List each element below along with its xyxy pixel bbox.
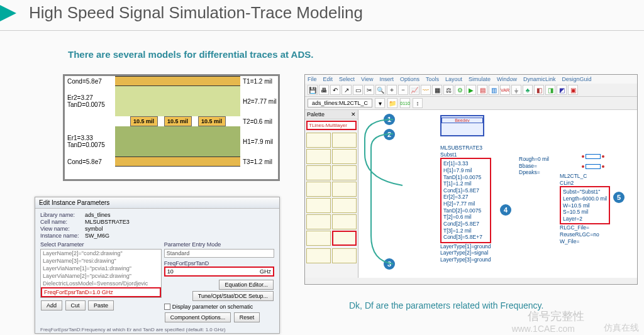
save-icon[interactable]: 💾 [308,85,318,95]
entry-mode-select[interactable]: Standard [164,249,274,258]
tree-icon[interactable]: ♣ [523,85,533,95]
menu-dynamiclink[interactable]: DynamicLink [523,76,556,82]
db-icon[interactable]: ▥ [489,85,499,95]
palette-close-icon[interactable]: ✕ [351,111,356,118]
zoomin-icon[interactable]: ＋ [387,85,397,95]
design-name[interactable]: ads_tlines:ML2CTL_C [308,99,372,107]
zoomout-icon[interactable]: － [398,85,408,95]
palette-item[interactable] [306,214,331,229]
arrow-icon[interactable]: ↗ [341,85,352,95]
menu-tools[interactable]: Tools [426,76,439,82]
param-item[interactable]: LayerViaName[1]="pcvia1:drawing" [41,265,161,272]
trace-width-a: 10.5 mil [130,116,158,126]
toolbar-1: 💾 🖶 ↶ ↗ ▭ ✂ 🔍 ＋ － 📈 〰 ▦ ⚖ ⚙ ▶ ▤ ▥ VAR ⏚ … [305,84,637,97]
callout-2: 2 [384,129,395,140]
component-options-button[interactable]: Component Options... [165,312,231,322]
param-item[interactable]: LayerName[2]="cond2:drawing" [41,250,161,257]
chart-icon[interactable]: 📈 [409,85,419,95]
palette-item[interactable] [332,133,357,148]
sub-params-box: Er[1]=3.33H[1]=7.9 milTanD[1]=0.0075 T[1… [440,158,491,243]
field-value-input[interactable]: 10GHz [164,266,274,277]
select-icon[interactable]: ▭ [353,85,363,95]
ads-window: File Edit Select View Insert Options Too… [304,74,638,285]
tune-opt-button[interactable]: Tune/Opt/Stat/DOE Setup... [192,291,274,301]
palette-item[interactable] [306,133,331,148]
ml2ctl-block[interactable]: ML2CTL_C CLin2 Subst="Subst1"Length=6000… [560,173,610,244]
menu-file[interactable]: File [308,76,317,82]
equation-editor-button[interactable]: Equation Editor... [219,280,274,290]
cut-icon[interactable]: ✂ [364,85,374,95]
mlsubstrate-block[interactable]: MLSUBSTRATE3 Subst1 Er[1]=3.33H[1]=7.9 m… [440,145,491,263]
menu-simulate[interactable]: Simulate [469,76,491,82]
stackup-diagram: Cond=5.8e7T1=1.2 mil Er2=3.27TanD=0.0075… [63,74,280,181]
param-item[interactable]: LowFreqForTanD=1.0 kHz [41,297,161,298]
add-button[interactable]: Add [41,300,62,310]
wave-icon[interactable]: 〰 [421,85,431,95]
reset-button[interactable]: Reset [234,312,260,322]
play-icon[interactable]: ▶ [466,85,476,95]
callout-1: 1 [384,114,395,125]
menu-options[interactable]: Options [400,76,419,82]
tand2-label: TanD=0.0075 [67,101,115,108]
palette-item[interactable] [306,165,331,180]
tool-c-icon[interactable]: ◩ [557,85,567,95]
palette-item[interactable] [306,231,331,246]
cut-button[interactable]: Cut [65,300,86,310]
palette-item[interactable] [306,182,331,197]
tline-symbol[interactable] [582,163,604,170]
undo-icon[interactable]: ↶ [330,85,340,95]
netlist-icon[interactable]: 0110 [400,98,410,108]
menu-layout[interactable]: Layout [445,76,462,82]
tand1-label: TanD=0.0075 [67,141,115,148]
earth-icon[interactable]: ⏚ [511,85,521,95]
print-icon[interactable]: 🖶 [319,85,329,95]
palette-item[interactable] [306,248,331,263]
gear-icon[interactable]: ⚙ [455,85,465,95]
slide-accent [0,5,16,21]
menu-designguide[interactable]: DesignGuid [562,76,592,82]
entry-mode-header: Parameter Entry Mode [164,241,274,248]
tool-a-icon[interactable]: ◧ [534,85,544,95]
schematic-canvas[interactable]: Beedev 1 2 3 4 5 MLSUBSTRATE3 Subst1 Er[… [358,110,637,278]
display-param-checkbox[interactable] [164,304,170,310]
watermark-brand: 仿真在线 [604,322,639,334]
param-item-selected[interactable]: FreqForEpsrTanD=1.0 GHz [41,287,161,297]
palette-panel: Palette ✕ TLines-Multilayer [305,110,358,278]
menu-window[interactable]: Window [497,76,517,82]
palette-category[interactable]: TLines-Multilayer [306,121,357,130]
var-icon[interactable]: VAR [500,85,510,95]
grid-icon[interactable]: ▦ [432,85,442,95]
palette-item[interactable] [332,214,357,229]
nav-b-icon[interactable]: 📁 [387,98,397,108]
app-icon[interactable]: ▣ [568,85,578,95]
param-item[interactable]: LayerViaName[2]="pcvia2:drawing" [41,272,161,280]
t3-label: T3=1.2 mil [240,158,278,165]
palette-item[interactable] [306,149,331,164]
menu-edit[interactable]: Edit [323,76,333,82]
palette-item[interactable] [332,165,357,180]
model-box[interactable]: Beedev [440,115,484,136]
nav-a-icon[interactable]: ▾ [375,98,385,108]
er2-label: Er2=3.27 [67,94,115,101]
palette-item[interactable] [332,198,357,213]
param-item[interactable]: DielectricLossModel=Svensson/Djordjevic [41,280,161,287]
inst-key: Instance name: [40,233,81,239]
palette-item-selected[interactable] [332,231,357,246]
param-listbox[interactable]: LayerName[2]="cond2:drawing" LayerName[3… [40,249,162,298]
menu-view[interactable]: View [361,76,373,82]
palette-item[interactable] [332,149,357,164]
layer-icon[interactable]: ▤ [477,85,487,95]
balance-icon[interactable]: ⚖ [443,85,453,95]
zoom-icon[interactable]: 🔍 [375,85,386,95]
palette-item[interactable] [306,198,331,213]
menu-select[interactable]: Select [339,76,355,82]
palette-item[interactable] [332,248,357,263]
tline-symbol[interactable] [582,153,604,160]
param-item[interactable]: LayerName[3]="resi:drawing" [41,257,161,265]
palette-item[interactable] [332,182,357,197]
select-param-header: Select Parameter [40,241,162,248]
tool-b-icon[interactable]: ◨ [545,85,555,95]
paste-button[interactable]: Paste [88,300,114,310]
menu-insert[interactable]: Insert [379,76,394,82]
nav-c-icon[interactable]: ↕ [413,98,423,108]
